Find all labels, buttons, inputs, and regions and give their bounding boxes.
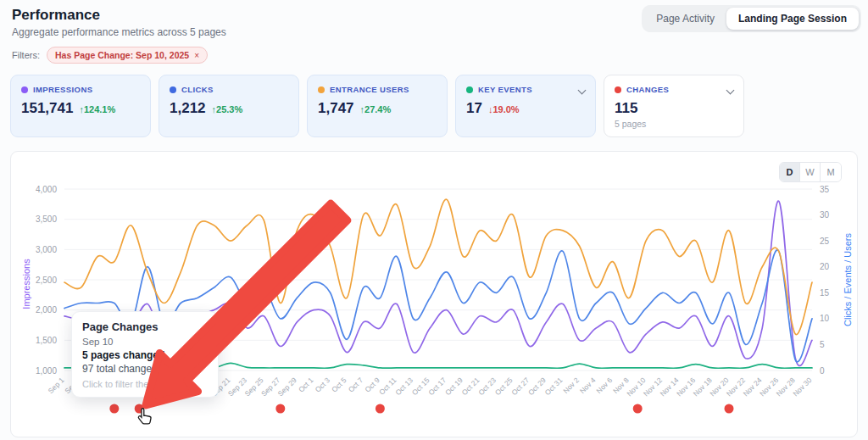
card-delta: ↑27.4% [360,104,392,114]
change-marker-sep-7[interactable] [109,404,119,414]
card-changes[interactable]: CHANGES 115 5 pages [604,75,744,137]
page-title: Performance [12,7,100,24]
page-changes-tooltip: Page Changes Sep 10 5 pages changed 97 t… [71,311,219,398]
left-axis-title: Impressions [21,259,31,309]
x-axis-tick: Oct 13 [393,376,415,397]
x-axis-tick: Nov 6 [594,376,614,395]
change-marker-nov-20[interactable] [725,404,734,414]
tooltip-date: Sep 10 [82,337,208,347]
card-entrance-users[interactable]: ENTRANCE USERS 1,747 ↑27.4% [307,75,448,137]
x-axis-tick: Nov 2 [561,376,581,395]
filters-label: Filters: [12,50,40,60]
change-marker-oct-9[interactable] [376,404,385,414]
left-axis-tick: 1,000 [36,366,57,376]
chip-close-icon[interactable]: × [194,51,199,60]
changes-dot-icon [615,86,621,93]
x-axis-tick: Nov 30 [791,376,813,398]
card-label: ENTRANCE USERS [330,85,409,94]
card-value: 1,747 [318,100,354,117]
x-axis-tick: Oct 29 [526,376,548,397]
right-axis-tick: 5 [820,340,825,349]
x-axis-tick: Oct 5 [330,376,348,394]
change-marker-sep-10[interactable] [135,404,144,414]
right-axis-title: Clicks / Events / Users [843,232,853,326]
x-axis-tick: Oct 1 [297,376,315,394]
tooltip-pages-changed: 5 pages changed [82,349,208,361]
view-toggle: Page Activity Landing Page Session [642,5,861,32]
right-axis-tick: 25 [820,237,830,246]
x-axis-tick: Sep 29 [276,376,298,398]
left-axis-tick: 1,500 [36,336,57,345]
x-axis-tick: Oct 3 [314,376,332,394]
card-impressions[interactable]: IMPRESSIONS 151,741 ↑124.1% [10,75,151,137]
card-delta: ↓19.0% [488,104,520,114]
card-key-events[interactable]: KEY EVENTS 17 ↓19.0% [455,75,596,137]
card-delta: ↑25.3% [212,104,243,114]
card-delta: ↑124.1% [79,104,115,114]
metric-cards-row: IMPRESSIONS 151,741 ↑124.1% CLICKS 1,212… [10,75,744,137]
right-axis-tick: 10 [820,314,830,323]
card-value: 115 [615,100,637,117]
right-axis-tick: 30 [820,210,830,220]
entrance-users-dot-icon [318,86,325,93]
right-axis-tick: 35 [820,185,830,194]
left-axis-tick: 4,000 [36,185,57,194]
left-axis-tick: 2,000 [36,305,57,315]
card-label: CHANGES [626,85,669,94]
left-axis-tick: 2,500 [36,276,57,285]
tab-landing-page-session[interactable]: Landing Page Session [726,8,859,30]
x-axis-tick: Oct 27 [509,376,531,397]
x-axis-tick: Oct 7 [347,376,365,394]
card-clicks[interactable]: CLICKS 1,212 ↑25.3% [159,75,299,137]
tooltip-total-changes: 97 total changes [82,363,208,375]
tab-page-activity[interactable]: Page Activity [644,8,726,30]
x-axis-tick: Oct 21 [460,376,481,397]
change-marker-sep-27[interactable] [275,404,285,414]
right-axis-tick: 15 [820,288,830,298]
x-axis-tick: Oct 31 [543,376,565,397]
tooltip-title: Page Changes [82,320,208,333]
filter-chip-label: Has Page Change: Sep 10, 2025 [55,50,189,60]
card-value: 17 [466,100,482,117]
left-axis-tick: 3,000 [36,245,57,254]
impressions-dot-icon [21,86,28,93]
x-axis-tick: Oct 23 [476,376,498,397]
x-axis-tick: Sep 1 [47,376,66,395]
x-axis-tick: Nov 4 [578,376,598,395]
tooltip-hint: Click to filter the table [82,379,208,389]
card-label: CLICKS [181,85,214,94]
filter-chip-has-page-change[interactable]: Has Page Change: Sep 10, 2025 × [47,47,208,64]
card-value: 1,212 [170,100,206,117]
right-axis-tick: 0 [820,366,825,376]
filters-row: Filters: Has Page Change: Sep 10, 2025 × [12,47,208,64]
card-value: 151,741 [21,100,73,117]
right-axis-tick: 20 [820,262,830,271]
key-events-dot-icon [466,86,473,93]
clicks-dot-icon [170,86,176,93]
card-label: KEY EVENTS [478,85,532,94]
x-axis-tick: Oct 19 [443,376,465,397]
x-axis-tick: Oct 17 [426,376,448,397]
left-axis-tick: 3,500 [36,214,57,224]
x-axis-tick: Oct 25 [493,376,515,397]
page-subtitle: Aggregate performance metrics across 5 p… [12,26,226,38]
card-subtext: 5 pages [615,119,733,129]
x-axis-tick: Oct 15 [410,376,431,397]
change-marker-nov-9[interactable] [633,404,643,414]
card-label: IMPRESSIONS [33,85,92,94]
